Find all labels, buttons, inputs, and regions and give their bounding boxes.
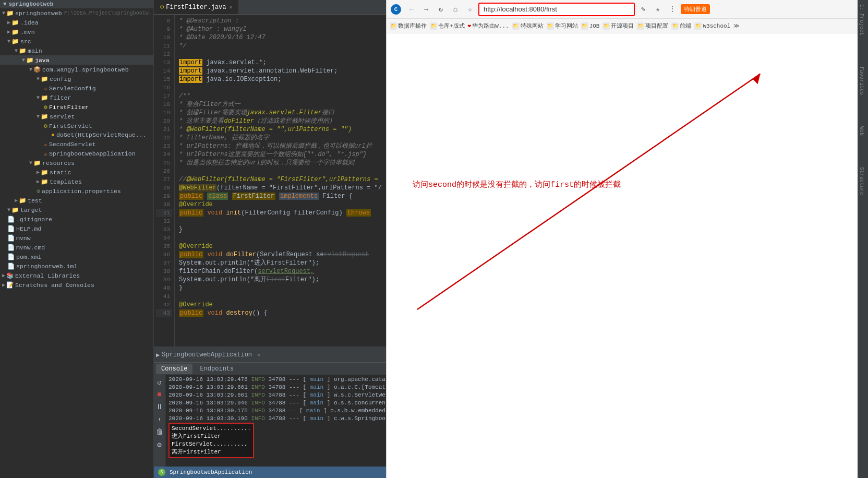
tree-target[interactable]: ▼ 📁 target (0, 205, 153, 214)
tree-firstfilter[interactable]: ⚙ FirstFilter (0, 102, 153, 112)
browser-panel: C ← → ↻ ⌂ ☆ ✎ ★ ⋮ 特朗普道 📁 数据库操作 📁 仓库+版式 ❤ (386, 0, 858, 478)
highlight-line: SecondServlet.......... (172, 425, 251, 433)
tree-doget[interactable]: ● doGet(HttpServletReque... (0, 130, 153, 139)
tree-iml[interactable]: 📄 springbootweb.iml (0, 261, 153, 271)
tree-mvnw[interactable]: 📄 mvnw (0, 233, 153, 243)
tree-filter-folder[interactable]: ▼ 📁 filter (0, 93, 153, 102)
code-line: * urlPatterns: 拦截地址，可以根据后缀拦截，也可以根据url拦 (179, 142, 382, 150)
tree-resources[interactable]: ▼ 📁 resources (0, 158, 153, 168)
tree-idea[interactable]: ▶ 📁 .idea (0, 18, 153, 27)
tree-main[interactable]: ▼ 📁 main (0, 46, 153, 55)
log-line: 2020-09-16 13:03:29.661 INFO 34788 --- [… (168, 391, 383, 399)
side-tab-favorites[interactable]: Favorites (859, 67, 867, 95)
console-pause-icon[interactable]: ⏸ (154, 402, 165, 412)
log-line: 2020-09-16 13:03:29.476 INFO 34788 --- [… (168, 376, 383, 384)
tree-servletconfig[interactable]: ☕ ServletConfig (0, 83, 153, 93)
console-scroll-icon[interactable]: ⬇ (154, 414, 165, 425)
code-line: * 这里主要是看doFilter（过滤或者拦截时候使用的） (179, 117, 382, 125)
tree-mvnw-cmd[interactable]: 📄 mvnw.cmd (0, 243, 153, 252)
bookmark-project-config[interactable]: 📁 项目配置 (637, 22, 668, 30)
bookmark-database[interactable]: 📁 数据库操作 (390, 22, 427, 30)
user-button[interactable]: 特朗普道 (681, 4, 710, 14)
bookmark-study[interactable]: 📁 学习网站 (547, 22, 578, 30)
tab-close-icon[interactable]: ✕ (229, 4, 232, 10)
tree-external-libs[interactable]: ▶ 📚 External Libraries (0, 271, 153, 280)
url-bar[interactable] (478, 3, 635, 16)
code-line: */ (179, 42, 382, 50)
tab-filename: FirstFilter.java (166, 4, 226, 11)
refresh-button[interactable]: ↻ (435, 3, 447, 16)
side-tab-web[interactable]: Web (859, 126, 867, 136)
bookmark-w3school[interactable]: 📁 W3school (694, 22, 730, 30)
project-tree-header: ▼ springbootweb (0, 0, 153, 8)
bookmark-repo[interactable]: 📁 仓库+版式 (430, 22, 465, 30)
run-close-icon[interactable]: ✕ (257, 352, 260, 358)
bookmark-icon: 📁 (430, 22, 437, 30)
browser-settings-icon[interactable]: ✎ (637, 3, 649, 16)
tree-firstservlet[interactable]: ⚙ FirstServlet (0, 121, 153, 130)
tab-endpoints[interactable]: Endpoints (195, 364, 239, 374)
tree-java[interactable]: ▼ 📁 java (0, 55, 153, 65)
code-line: @Override (179, 301, 382, 309)
tree-root[interactable]: ▼ 📁 springbootweb F:\IDEA_Project\spring… (0, 8, 153, 18)
code-line (179, 217, 382, 225)
tree-gitignore[interactable]: 📄 .gitignore (0, 214, 153, 224)
tree-servlet-folder[interactable]: ▼ 📁 servlet (0, 112, 153, 121)
tree-secondservlet[interactable]: ☕ SecondServlet (0, 139, 153, 149)
log-line: 2020-09-16 13:03:30.175 INFO 34788 -- [ … (168, 407, 383, 415)
bookmark-icon: ❤ (468, 22, 472, 29)
browser-toolbar: C ← → ↻ ⌂ ☆ ✎ ★ ⋮ 特朗普道 (387, 0, 858, 19)
bookmark-frontend[interactable]: 📁 前端 (671, 22, 691, 30)
console-output[interactable]: 2020-09-16 13:03:29.476 INFO 34788 --- [… (165, 375, 386, 467)
bookmark-special[interactable]: 📁 特殊网站 (512, 22, 544, 30)
console-settings-icon[interactable]: ⚙ (154, 439, 165, 450)
bookmark-huawei[interactable]: ❤ 华为路由W... (468, 22, 509, 30)
browser-star-icon[interactable]: ★ (652, 3, 664, 16)
code-line: * urlPatterns这里需要的是一个数组例如{"*.do", "*.jsp… (179, 150, 382, 159)
code-line: * @Description : (179, 17, 382, 25)
tree-mvn[interactable]: ▶ 📁 .mvn (0, 27, 153, 37)
browser-menu-icon[interactable]: ⋮ (666, 3, 679, 16)
tree-application-properties[interactable]: ⚙ application.properties (0, 186, 153, 196)
tree-test[interactable]: ▶ 📁 test (0, 196, 153, 205)
home-button[interactable]: ⌂ (449, 3, 462, 16)
console-rerun-icon[interactable]: ↺ (154, 377, 165, 387)
bookmark-add-button[interactable]: ☆ (464, 3, 476, 16)
code-line: public void init(FilterConfig filterConf… (179, 209, 382, 217)
tree-help-md[interactable]: 📄 HELP.md (0, 224, 153, 233)
tree-static[interactable]: ▶ 📁 static (0, 168, 153, 177)
code-line: @Override (179, 242, 382, 250)
tree-pom-xml[interactable]: 📄 pom.xml (0, 252, 153, 261)
editor-tab-firstfilter[interactable]: ⚙ FirstFilter.java ✕ (154, 0, 239, 14)
console-tabs: ▶ SpringbootwebApplication ✕ (154, 348, 386, 362)
console-stop-icon[interactable]: ■ (154, 389, 165, 400)
bookmark-job[interactable]: 📁 JOB (581, 22, 600, 30)
main-layout: ▼ springbootweb ▼ 📁 springbootweb F:\IDE… (0, 0, 868, 478)
log-line: 2020-09-16 13:03:29.661 INFO 34788 --- [… (168, 384, 383, 391)
code-line: @WebFilter(filterName = "FirstFilter",ur… (179, 184, 382, 192)
tree-package[interactable]: ▼ 📦 com.wangyl.springbootweb (0, 65, 153, 74)
bookmark-more[interactable]: ≫ (733, 22, 740, 29)
tab-console[interactable]: Console (156, 364, 192, 374)
code-lines[interactable]: * @Description : * @Author : wangyl * @D… (175, 15, 386, 346)
tree-templates[interactable]: ▶ 📁 templates (0, 177, 153, 186)
run-icon: ▶ (156, 351, 160, 359)
bookmark-icon: 📁 (602, 22, 610, 30)
side-tab-structure[interactable]: Structure (859, 167, 867, 195)
console-clear-icon[interactable]: 🗑 (154, 427, 165, 437)
tree-springbootwebapp[interactable]: ☕ SpringbootwebApplication (0, 149, 153, 158)
code-line (179, 234, 382, 242)
forward-button[interactable]: → (420, 3, 432, 16)
bookmark-opensource[interactable]: 📁 开源项目 (602, 22, 634, 30)
code-line: * @Date 2020/9/16 12:47 (179, 33, 382, 42)
tree-src[interactable]: ▼ 📁 src (0, 37, 153, 46)
tree-config-folder[interactable]: ▼ 📁 config (0, 74, 153, 83)
bookmark-icon: 📁 (671, 22, 679, 30)
code-line (179, 292, 382, 301)
code-line: System.out.println("离开FirstFilter"); (179, 276, 382, 284)
side-tab-1[interactable]: 1: Project (859, 4, 867, 35)
tree-scratches[interactable]: ▶ 📝 Scratches and Consoles (0, 280, 153, 290)
back-button[interactable]: ← (405, 3, 418, 16)
side-tabs: 1: Project Favorites Web Structure (858, 0, 868, 478)
project-sidebar: ▼ springbootweb ▼ 📁 springbootweb F:\IDE… (0, 0, 154, 478)
